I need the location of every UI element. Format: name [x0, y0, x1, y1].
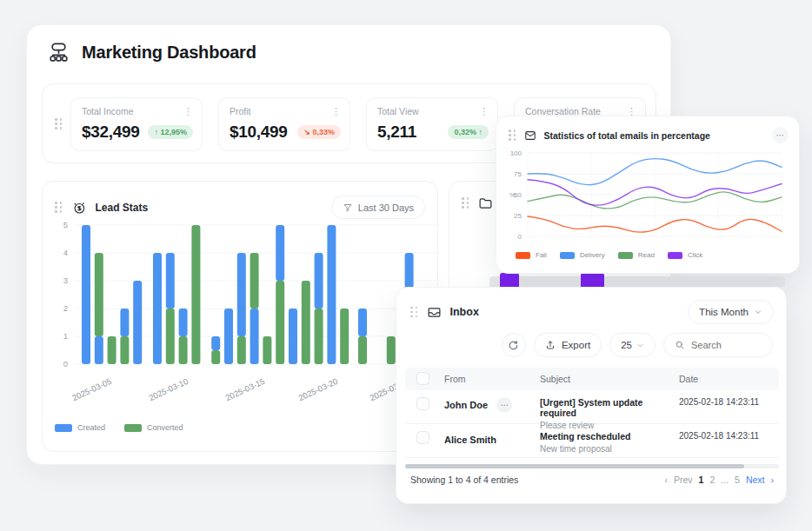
- folder-card-drag-handle[interactable]: [462, 197, 469, 209]
- refresh-button[interactable]: [502, 333, 526, 357]
- filter-label: Last 30 Days: [358, 202, 414, 213]
- row-subject: [Urgent] System update required: [540, 397, 679, 418]
- svg-text:2025-03-20: 2025-03-20: [297, 376, 340, 403]
- email-stats-legend: Fail Delivery Read Click: [516, 251, 702, 259]
- kebab-menu-icon[interactable]: ⋮: [479, 107, 489, 116]
- legend-label: Fail: [536, 251, 547, 259]
- svg-text:%: %: [509, 191, 516, 199]
- stat-badge: 0,32% ↑: [448, 125, 489, 139]
- stat-value: $10,499: [230, 123, 288, 142]
- next-button[interactable]: Next: [746, 475, 765, 485]
- svg-text:1: 1: [63, 331, 68, 341]
- filter-button[interactable]: Last 30 Days: [331, 196, 425, 219]
- peek-bar: [581, 273, 604, 287]
- inbox-title: Inbox: [450, 306, 479, 318]
- lead-stats-icon: [71, 200, 87, 216]
- export-button[interactable]: Export: [534, 333, 602, 357]
- column-header-from[interactable]: From: [444, 374, 540, 384]
- column-header-date[interactable]: Date: [679, 374, 779, 384]
- more-menu-button[interactable]: ⋯: [772, 127, 789, 143]
- stat-badge: ↑ 12,95%: [148, 125, 193, 139]
- legend-swatch-created: [55, 424, 72, 432]
- page-button-1[interactable]: 1: [699, 475, 704, 485]
- legend-label: Converted: [147, 423, 183, 432]
- stat-label: Profit: [230, 106, 251, 116]
- search-box[interactable]: [663, 333, 773, 357]
- page-button-5[interactable]: 5: [735, 475, 740, 485]
- h-scrollbar-thumb[interactable]: [405, 464, 744, 468]
- svg-text:2: 2: [63, 303, 68, 313]
- svg-text:100: 100: [510, 149, 522, 157]
- row-preview: Please review: [540, 421, 679, 430]
- row-date: 2025-02-18 14:23:11: [679, 431, 779, 441]
- row-from: John Doe: [444, 400, 488, 410]
- stats-drag-handle[interactable]: [55, 118, 63, 129]
- peek-bar: [500, 273, 519, 287]
- page-title: Marketing Dashboard: [82, 43, 256, 63]
- row-date: 2025-02-18 14:23:11: [679, 397, 779, 407]
- svg-text:3: 3: [63, 275, 68, 285]
- legend-item-converted: Converted: [124, 423, 183, 432]
- email-stats-line-chart: 0255075100%: [502, 146, 794, 243]
- page-size-dropdown[interactable]: 25: [609, 333, 656, 357]
- inbox-icon: [427, 305, 442, 320]
- column-header-subject[interactable]: Subject: [540, 374, 679, 384]
- page-size-value: 25: [621, 340, 632, 350]
- refresh-icon: [508, 340, 519, 351]
- row-from: Alice Smith: [444, 435, 496, 445]
- row-preview: New time proposal: [540, 444, 679, 454]
- hidden-chart-peek: [489, 276, 785, 287]
- row-checkbox[interactable]: [416, 397, 429, 410]
- svg-text:4: 4: [63, 248, 68, 257]
- search-icon: [675, 340, 685, 350]
- email-stats-card: Statistics of total emails in percentage…: [496, 116, 800, 274]
- stat-value: 5,211: [377, 123, 416, 142]
- inbox-drag-handle[interactable]: [410, 307, 418, 318]
- chevron-down-icon: [754, 308, 762, 316]
- legend-label: Read: [638, 251, 655, 259]
- search-input[interactable]: [691, 340, 761, 350]
- stat-value: $32,499: [82, 123, 140, 142]
- svg-text:0: 0: [63, 359, 68, 368]
- next-chevron-icon[interactable]: ›: [771, 475, 775, 485]
- kebab-menu-icon[interactable]: ⋮: [183, 107, 193, 116]
- row-menu-button[interactable]: ⋯: [496, 397, 512, 413]
- svg-text:0: 0: [518, 233, 522, 241]
- email-stats-drag-handle[interactable]: [509, 129, 516, 141]
- legend-item-read: Read: [618, 251, 655, 259]
- ellipsis-icon: ⋯: [776, 133, 785, 138]
- ellipsis-icon: ⋯: [501, 403, 509, 408]
- lead-stats-bar-chart: 0123452025-03-052025-03-102025-03-152025…: [50, 218, 446, 416]
- legend-item-click: Click: [668, 251, 702, 259]
- legend-swatch-converted: [124, 424, 142, 432]
- prev-chevron-icon[interactable]: ‹: [665, 475, 669, 485]
- folder-icon: [478, 196, 493, 210]
- table-row[interactable]: John Doe ⋯ [Urgent] System update requir…: [405, 390, 779, 424]
- select-all-checkbox[interactable]: [416, 372, 429, 385]
- row-checkbox[interactable]: [416, 431, 429, 444]
- inbox-card: Inbox This Month Export 25: [396, 287, 787, 504]
- kebab-menu-icon[interactable]: ⋮: [331, 107, 341, 116]
- sitemap-icon: [47, 41, 70, 64]
- pagination: ‹ Prev 1 2 ... 5 Next ›: [665, 475, 774, 485]
- stat-badge: ↘ 0,33%: [297, 125, 341, 139]
- stat-card-total-income: Total Income ⋮ $32,499 ↑ 12,95%: [70, 97, 203, 151]
- chevron-down-icon: [636, 342, 644, 349]
- table-header-row: From Subject Date: [405, 368, 779, 390]
- stat-card-total-view: Total View ⋮ 5,211 0,32% ↑: [366, 97, 498, 151]
- export-label: Export: [562, 340, 590, 350]
- kebab-menu-icon[interactable]: ⋮: [627, 107, 636, 116]
- page-button-2[interactable]: 2: [709, 475, 715, 485]
- h-scrollbar-track[interactable]: [405, 464, 779, 468]
- legend-swatch-click: [668, 252, 682, 259]
- svg-text:2025-03-05: 2025-03-05: [70, 376, 113, 403]
- page-ellipsis: ...: [721, 475, 729, 485]
- period-dropdown[interactable]: This Month: [688, 300, 774, 324]
- stat-card-profit: Profit ⋮ $10,499 ↘ 0,33%: [218, 97, 350, 151]
- legend-item-delivery: Delivery: [560, 251, 605, 259]
- email-stats-title: Statistics of total emails in percentage: [544, 130, 710, 141]
- lead-stats-drag-handle[interactable]: [55, 202, 63, 213]
- legend-swatch-delivery: [560, 252, 575, 259]
- prev-button[interactable]: Prev: [674, 475, 693, 485]
- legend-swatch-read: [618, 252, 633, 259]
